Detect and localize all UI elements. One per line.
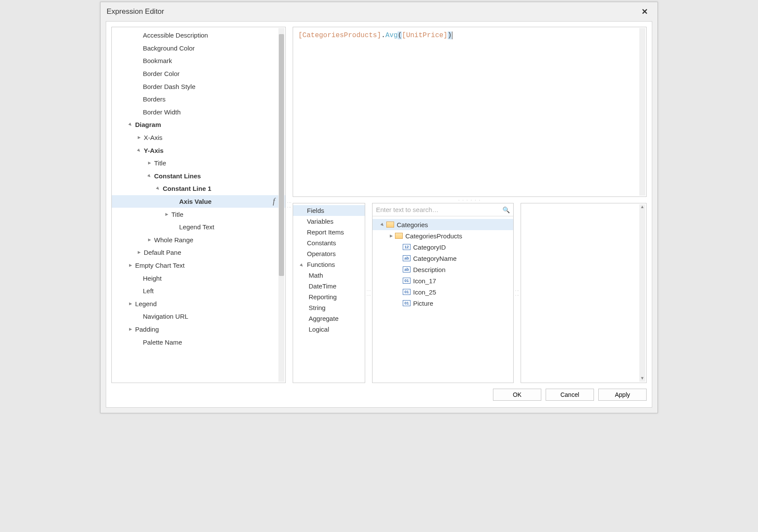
tree-node[interactable]: Title xyxy=(112,208,285,221)
table-icon xyxy=(386,222,394,228)
number-field-icon: 12 xyxy=(403,244,411,250)
tree-node-label: Padding xyxy=(135,326,159,333)
tree-node[interactable]: Left xyxy=(112,285,285,298)
picker-region: FieldsVariablesReport ItemsConstantsOper… xyxy=(293,203,647,383)
apply-button[interactable]: Apply xyxy=(598,389,647,401)
caret-closed-icon[interactable] xyxy=(127,263,133,268)
caret-closed-icon[interactable] xyxy=(127,326,133,332)
tree-node[interactable]: Borders xyxy=(112,93,285,106)
tree-node[interactable]: Y-Axis xyxy=(112,144,285,157)
search-input[interactable] xyxy=(376,206,502,213)
caret-open-icon[interactable] xyxy=(300,263,306,268)
tree-node[interactable]: Bookmark xyxy=(112,54,285,67)
tree-node[interactable]: Constant Lines xyxy=(112,170,285,183)
caret-open-icon[interactable] xyxy=(155,186,161,191)
tree-node-label: Border Color xyxy=(143,70,180,77)
search-icon[interactable]: 🔍 xyxy=(502,206,510,213)
category-label: Functions xyxy=(307,261,335,268)
caret-closed-icon[interactable] xyxy=(136,135,142,140)
ok-button[interactable]: OK xyxy=(493,389,541,401)
tree-node[interactable]: Axis Valuef xyxy=(112,195,285,208)
tree-node[interactable]: Navigation URL xyxy=(112,310,285,323)
table-icon xyxy=(395,233,403,239)
expression-editor-text[interactable]: [CategoriesProducts].Avg([UnitPrice]) xyxy=(293,27,647,197)
tree-node[interactable]: Legend Text xyxy=(112,221,285,234)
binary-field-icon: 01 xyxy=(403,289,411,295)
scroll-down-arrow-icon[interactable]: ▼ xyxy=(639,376,645,382)
tree-node[interactable]: Padding xyxy=(112,323,285,336)
category-item[interactable]: Operators xyxy=(293,248,365,259)
tree-node[interactable]: Background Color xyxy=(112,42,285,55)
tree-node-label: Height xyxy=(143,275,161,282)
category-label: DateTime xyxy=(309,282,336,290)
tree-node-label: Whole Range xyxy=(154,236,193,244)
field-node[interactable]: abDescription xyxy=(373,264,513,275)
cancel-button[interactable]: Cancel xyxy=(546,389,594,401)
field-node[interactable]: abCategoryName xyxy=(373,253,513,264)
fx-icon[interactable]: f xyxy=(273,197,275,206)
caret-open-icon[interactable] xyxy=(379,222,385,228)
field-node[interactable]: 12CategoryID xyxy=(373,241,513,253)
category-item[interactable]: Variables xyxy=(293,216,365,227)
caret-open-icon[interactable] xyxy=(146,173,152,179)
tree-node[interactable]: Height xyxy=(112,272,285,285)
tree-node[interactable]: Border Color xyxy=(112,67,285,80)
tree-node[interactable]: Palette Name xyxy=(112,336,285,348)
caret-open-icon[interactable] xyxy=(136,148,142,153)
close-icon[interactable]: ✕ xyxy=(638,5,651,18)
field-node[interactable]: 01Icon_17 xyxy=(373,275,513,286)
field-label: Icon_25 xyxy=(413,288,436,296)
tree-node[interactable]: Title xyxy=(112,157,285,170)
category-item[interactable]: Aggregate xyxy=(293,313,365,324)
text-caret xyxy=(452,32,452,39)
category-item[interactable]: DateTime xyxy=(293,281,365,291)
category-label: Aggregate xyxy=(309,315,338,322)
tree-node[interactable]: Diagram xyxy=(112,118,285,131)
caret-closed-icon[interactable] xyxy=(146,237,152,243)
tree-node[interactable]: X-Axis xyxy=(112,131,285,144)
binary-field-icon: 01 xyxy=(403,278,411,284)
field-node[interactable]: Categories xyxy=(373,219,513,230)
field-node[interactable]: 01Icon_25 xyxy=(373,286,513,298)
tree-node[interactable]: Empty Chart Text xyxy=(112,259,285,272)
category-list[interactable]: FieldsVariablesReport ItemsConstantsOper… xyxy=(293,203,365,383)
tree-node-label: Empty Chart Text xyxy=(135,262,185,269)
property-tree[interactable]: Accessible DescriptionBackground ColorBo… xyxy=(112,27,285,383)
tree-node[interactable]: Default Pane xyxy=(112,246,285,259)
property-tree-scrollbar[interactable] xyxy=(278,28,284,382)
field-node[interactable]: 01Picture xyxy=(373,298,513,309)
category-item[interactable]: Math xyxy=(293,270,365,281)
field-node[interactable]: CategoriesProducts xyxy=(373,230,513,241)
vertical-splitter-mid[interactable]: ⋮⋮ xyxy=(365,203,372,383)
tree-node[interactable]: Accessible Description xyxy=(112,29,285,42)
tree-node[interactable]: Constant Line 1 xyxy=(112,182,285,195)
fields-tree[interactable]: CategoriesCategoriesProducts12CategoryID… xyxy=(373,216,513,383)
scroll-up-arrow-icon[interactable]: ▲ xyxy=(639,204,645,210)
caret-open-icon[interactable] xyxy=(127,122,133,127)
tree-node[interactable]: Border Dash Style xyxy=(112,80,285,93)
caret-closed-icon[interactable] xyxy=(146,160,152,166)
description-scrollbar[interactable]: ▲ ▼ xyxy=(639,204,645,382)
horizontal-splitter[interactable]: · · · · · · xyxy=(293,197,647,203)
editor-scrollbar[interactable] xyxy=(639,28,645,196)
category-item[interactable]: Reporting xyxy=(293,291,365,302)
caret-closed-icon[interactable] xyxy=(388,233,394,239)
category-item[interactable]: Functions xyxy=(293,259,365,270)
category-item[interactable]: Constants xyxy=(293,238,365,248)
tree-node[interactable]: Border Width xyxy=(112,106,285,119)
vertical-splitter-right[interactable]: ⋮⋮ xyxy=(514,203,521,383)
category-label: Logical xyxy=(309,326,329,333)
scrollbar-thumb[interactable] xyxy=(279,34,284,276)
caret-closed-icon[interactable] xyxy=(136,250,142,255)
token-dot: . xyxy=(381,32,385,39)
caret-closed-icon[interactable] xyxy=(127,301,133,307)
category-item[interactable]: Fields xyxy=(293,205,365,216)
vertical-splitter-left[interactable]: ⋮⋮ xyxy=(286,27,293,383)
category-item[interactable]: Logical xyxy=(293,324,365,335)
tree-node[interactable]: Whole Range xyxy=(112,234,285,247)
caret-closed-icon[interactable] xyxy=(164,212,170,217)
category-item[interactable]: String xyxy=(293,302,365,313)
token-field: [CategoriesProducts] xyxy=(298,32,381,39)
tree-node[interactable]: Legend xyxy=(112,297,285,310)
category-item[interactable]: Report Items xyxy=(293,227,365,238)
